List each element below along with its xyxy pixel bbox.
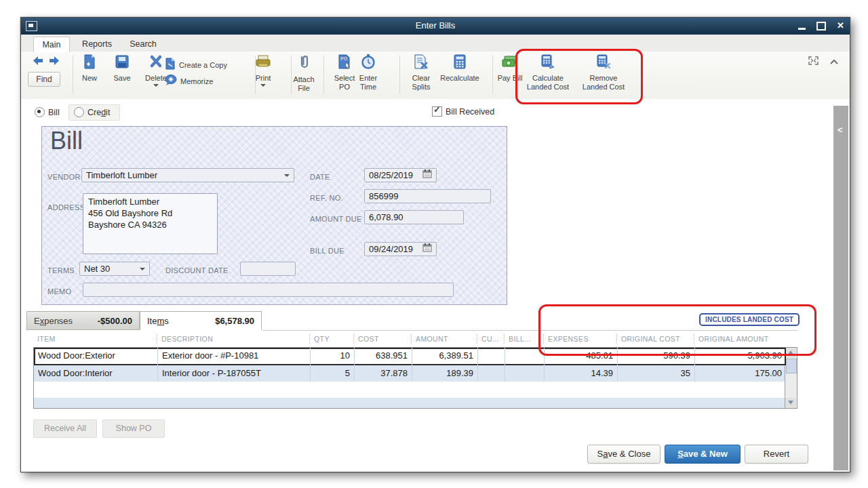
address-field[interactable]: Timberloft Lumber 456 Old Bayshore Rd Ba… — [83, 193, 218, 254]
cell-original-cost[interactable]: 590.39 — [617, 348, 694, 365]
tab-reports[interactable]: Reports — [77, 37, 117, 52]
back-arrow-icon[interactable] — [33, 56, 43, 68]
ref-no-field[interactable] — [364, 189, 491, 203]
amount-due-field[interactable] — [364, 210, 464, 224]
table-scrollbar[interactable] — [785, 348, 797, 408]
revert-button[interactable]: Revert — [745, 445, 808, 464]
cell-description[interactable]: Interior door - P-187055T — [157, 365, 310, 382]
show-po-button[interactable]: Show PO — [102, 420, 165, 438]
empty-row[interactable] — [34, 398, 797, 408]
date-field[interactable]: 08/25/2019 — [364, 168, 437, 182]
cell-billable[interactable] — [505, 348, 544, 365]
collapse-panel-strip[interactable]: < — [833, 106, 848, 470]
receive-all-button[interactable]: Receive All — [33, 420, 97, 438]
terms-dropdown[interactable]: Net 30 — [79, 262, 150, 276]
terms-label: TERMS — [47, 266, 75, 274]
enter-bills-window: Enter Bills ✕ Main Reports Search Find N… — [20, 17, 850, 472]
pay-bill-button[interactable]: Pay Bill — [496, 54, 524, 83]
terms-caret-down-icon — [140, 268, 145, 270]
maximize-button[interactable] — [816, 22, 826, 30]
memo-field[interactable] — [83, 283, 454, 297]
close-button[interactable]: ✕ — [837, 21, 844, 30]
col-expenses[interactable]: EXPENSES — [543, 334, 616, 344]
items-table: ITEM DESCRIPTION QTY COST AMOUNT CU... B… — [33, 331, 797, 409]
tab-items[interactable]: Items $6,578.90 — [140, 311, 262, 330]
col-customer[interactable]: CU... — [477, 334, 504, 344]
bill-received-checkbox-icon: ✓ — [432, 106, 442, 117]
bill-radio[interactable]: Bill — [35, 107, 60, 117]
cell-cost[interactable]: 37.878 — [354, 365, 412, 382]
find-button[interactable]: Find — [28, 72, 60, 87]
calendar-icon[interactable] — [422, 169, 432, 182]
cell-item[interactable]: Wood Door:Interior — [34, 365, 157, 382]
cell-description[interactable]: Exterior door - #P-10981 — [157, 348, 310, 365]
calculate-landed-cost-button[interactable]: Calculate Landed Cost — [521, 54, 575, 91]
cell-customer[interactable] — [477, 348, 505, 365]
cell-cost[interactable]: 638.951 — [354, 348, 412, 365]
col-original-cost[interactable]: ORIGINAL COST — [616, 334, 694, 344]
col-billable[interactable]: BILL... — [504, 334, 543, 344]
save-and-close-button[interactable]: Save & Close — [587, 445, 660, 464]
col-cost[interactable]: COST — [353, 334, 411, 344]
calendar-icon[interactable] — [422, 243, 432, 256]
bill-due-field[interactable]: 09/24/2019 — [364, 242, 437, 256]
cell-billable[interactable] — [505, 365, 544, 382]
new-button[interactable]: New — [74, 54, 105, 83]
cell-qty[interactable]: 10 — [310, 348, 354, 365]
chevron-up-icon[interactable] — [829, 56, 839, 68]
discount-date-field[interactable] — [240, 262, 296, 276]
bill-received-checkbox[interactable]: ✓ Bill Received — [432, 106, 494, 117]
table-row[interactable]: Wood Door:Exterior Exterior door - #P-10… — [34, 348, 786, 365]
document-icon — [83, 54, 96, 72]
date-value: 08/25/2019 — [369, 169, 413, 182]
vendor-value: Timberloft Lumber — [86, 169, 157, 182]
remove-landed-cost-button[interactable]: Remove Landed Cost — [576, 54, 631, 91]
recalculate-button[interactable]: Recalculate — [433, 54, 487, 83]
cell-amount[interactable]: 189.39 — [412, 365, 477, 382]
amount-due-label: AMOUNT DUE — [310, 215, 362, 223]
print-button[interactable]: Print — [246, 54, 280, 87]
find-group: Find — [26, 56, 66, 87]
col-description[interactable]: DESCRIPTION — [157, 334, 309, 344]
create-copy-button[interactable]: Create a Copy — [165, 57, 252, 73]
cell-original-amount[interactable]: 5,903.90 — [694, 348, 786, 365]
tab-search[interactable]: Search — [123, 37, 163, 52]
vendor-caret-down-icon — [284, 174, 290, 177]
cell-original-cost[interactable]: 35 — [617, 365, 694, 382]
cell-item[interactable]: Wood Door:Exterior — [34, 348, 157, 365]
cell-original-amount[interactable]: 175.00 — [694, 365, 786, 382]
credit-radio[interactable]: Credit — [74, 107, 110, 117]
col-qty[interactable]: QTY — [309, 334, 353, 344]
cell-expenses[interactable]: 485.61 — [544, 348, 617, 365]
empty-row[interactable] — [34, 382, 797, 398]
cell-qty[interactable]: 5 — [310, 365, 354, 382]
vendor-dropdown[interactable]: Timberloft Lumber — [81, 168, 294, 182]
items-grid: Wood Door:Exterior Exterior door - #P-10… — [33, 347, 797, 409]
tab-expenses[interactable]: Expenses -$500.00 — [26, 311, 140, 330]
attach-file-button[interactable]: Attach File — [287, 54, 321, 92]
col-item[interactable]: ITEM — [33, 334, 157, 344]
cell-expenses[interactable]: 14.39 — [544, 365, 617, 382]
memorize-button[interactable]: Memorize — [165, 73, 252, 89]
scroll-up-button[interactable] — [785, 348, 796, 358]
copy-document-icon — [165, 58, 176, 73]
ribbon-toolbar: Find New Save Delete Create a Copy Memor… — [21, 52, 850, 100]
minimize-button[interactable] — [798, 28, 806, 30]
po-document-icon: PO — [338, 54, 351, 72]
col-amount[interactable]: AMOUNT — [411, 334, 477, 344]
tab-main[interactable]: Main — [33, 37, 70, 52]
scroll-thumb[interactable] — [786, 359, 797, 373]
enter-time-button[interactable]: Enter Time — [353, 54, 383, 91]
scroll-down-button[interactable] — [785, 398, 796, 408]
chevron-left-icon: < — [837, 125, 843, 135]
expand-icon[interactable] — [808, 56, 818, 68]
col-original-amount[interactable]: ORIGINAL AMOUNT — [694, 334, 785, 344]
items-table-header: ITEM DESCRIPTION QTY COST AMOUNT CU... B… — [33, 331, 797, 347]
save-button[interactable]: Save — [106, 54, 138, 83]
table-row[interactable]: Wood Door:Interior Interior door - P-187… — [34, 365, 786, 382]
cell-amount[interactable]: 6,389.51 — [412, 348, 477, 365]
save-and-new-button[interactable]: Save & New — [665, 445, 741, 464]
cell-customer[interactable] — [477, 365, 505, 382]
includes-landed-cost-badge: INCLUDES LANDED COST — [699, 313, 800, 326]
forward-arrow-icon[interactable] — [49, 56, 60, 68]
